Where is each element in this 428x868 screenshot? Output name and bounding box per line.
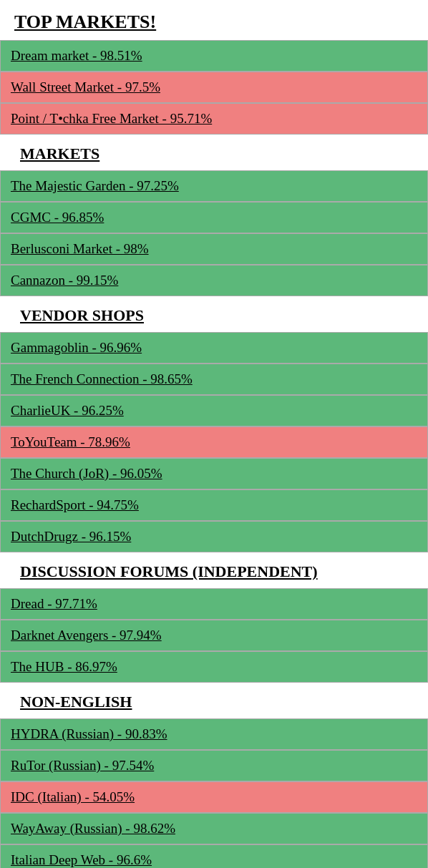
- list-item[interactable]: CGMC - 96.85%: [0, 202, 428, 233]
- list-item[interactable]: CharlieUK - 96.25%: [0, 395, 428, 426]
- list-item[interactable]: ToYouTeam - 78.96%: [0, 426, 428, 458]
- list-item[interactable]: WayAway (Russian) - 98.62%: [0, 813, 428, 844]
- list-item[interactable]: Darknet Avengers - 97.94%: [0, 620, 428, 651]
- list-item[interactable]: DutchDrugz - 96.15%: [0, 521, 428, 552]
- list-item[interactable]: HYDRA (Russian) - 90.83%: [0, 718, 428, 750]
- list-item[interactable]: Dread - 97.71%: [0, 588, 428, 620]
- list-item[interactable]: RechardSport - 94.75%: [0, 489, 428, 521]
- list-item[interactable]: The French Connection - 98.65%: [0, 364, 428, 395]
- list-item[interactable]: IDC (Italian) - 54.05%: [0, 781, 428, 813]
- section-title-markets: MARKETS: [0, 135, 428, 170]
- list-item[interactable]: Gammagoblin - 96.96%: [0, 332, 428, 364]
- list-item[interactable]: The HUB - 86.97%: [0, 651, 428, 683]
- page-title: TOP MARKETS!: [0, 0, 428, 40]
- list-item[interactable]: Cannazon - 99.15%: [0, 265, 428, 296]
- section-title-discussion-forums: DISCUSSION FORUMS (INDEPENDENT): [0, 552, 428, 588]
- list-item[interactable]: RuTor (Russian) - 97.54%: [0, 750, 428, 781]
- list-item[interactable]: Berlusconi Market - 98%: [0, 233, 428, 265]
- section-title-vendor-shops: VENDOR SHOPS: [0, 296, 428, 332]
- list-item[interactable]: Point / T•chka Free Market - 95.71%: [0, 103, 428, 135]
- section-title-non-english: NON-ENGLISH: [0, 683, 428, 718]
- list-item[interactable]: The Majestic Garden - 97.25%: [0, 170, 428, 202]
- list-item[interactable]: Wall Street Market - 97.5%: [0, 72, 428, 103]
- list-item[interactable]: Dream market - 98.51%: [0, 40, 428, 72]
- list-item[interactable]: The Church (JoR) - 96.05%: [0, 458, 428, 489]
- list-item[interactable]: Italian Deep Web - 96.6%: [0, 844, 428, 868]
